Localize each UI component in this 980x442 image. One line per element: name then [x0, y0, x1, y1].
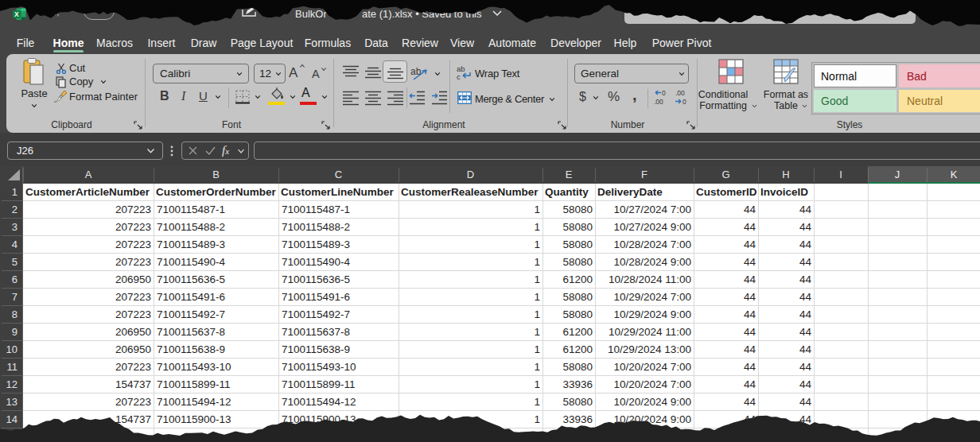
svg-text:0: 0 — [662, 89, 666, 97]
svg-text:c: c — [457, 72, 461, 81]
svg-text:.00: .00 — [654, 98, 663, 106]
